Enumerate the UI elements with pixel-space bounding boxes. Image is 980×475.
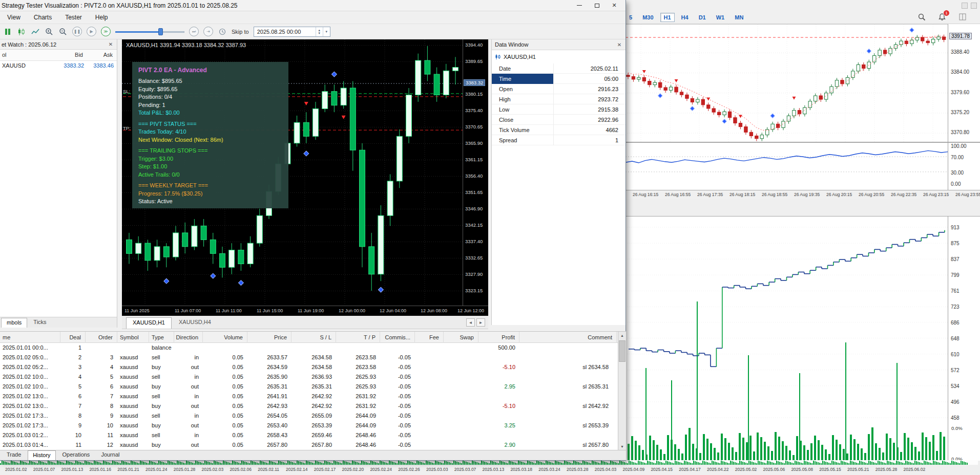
data-window-row[interactable]: Tick Volume4662 — [492, 125, 625, 135]
zoom-in-icon[interactable] — [45, 27, 54, 36]
close-icon[interactable]: ✕ — [616, 42, 623, 48]
maximize-icon[interactable] — [589, 1, 605, 10]
terminal-date-axis[interactable]: 2025.01.022025.01.072025.01.132025.01.16… — [0, 465, 980, 475]
history-row[interactable]: 2025.01.02 05:2...34xauusdbuyout0.052634… — [0, 362, 618, 372]
data-window-row[interactable]: Low2915.38 — [492, 104, 625, 115]
skip-end-button[interactable]: ⇥ — [203, 27, 213, 36]
terminal-main-chart[interactable] — [625, 24, 948, 142]
history-col-type[interactable]: Type — [149, 332, 174, 343]
search-icon[interactable] — [917, 12, 926, 21]
history-row[interactable]: 2025.01.02 13:0...78xauusdbuyout0.052642… — [0, 401, 618, 411]
terminal-main-price-scale[interactable]: 3388.403384.003379.603375.203370.803391.… — [948, 24, 980, 142]
market-watch-row[interactable]: XAUUSD 3383.32 3383.46 — [0, 61, 117, 71]
history-row[interactable]: 2025.01.03 01:4...1112xauusdbuyout0.0526… — [0, 440, 618, 450]
tabs-scroll-right-icon[interactable]: ► — [476, 318, 485, 327]
history-col-deal[interactable]: Deal — [60, 332, 86, 343]
scrollbar-thumb[interactable] — [619, 340, 625, 362]
play-button[interactable]: ▶ — [87, 27, 96, 36]
chart-layout-icon[interactable] — [958, 12, 967, 21]
tab-symbols[interactable]: mbols — [1, 318, 27, 328]
skip-date-value[interactable]: 2025.08.25 00:00 — [254, 29, 316, 35]
history-row[interactable]: 2025.01.02 10:0...45xauusdsellin0.052635… — [0, 372, 618, 382]
history-row[interactable]: 2025.01.02 13:0...67xauusdsellin0.052641… — [0, 392, 618, 401]
history-row[interactable]: 2025.01.03 01:2...1011xauusdsellin0.0526… — [0, 430, 618, 440]
timeframe-h4[interactable]: H4 — [678, 13, 692, 22]
tab-trade[interactable]: Trade — [2, 450, 26, 460]
history-row[interactable]: 2025.01.02 05:0...23xauusdsellin0.052633… — [0, 353, 618, 362]
history-col-volume[interactable]: Volume — [203, 332, 247, 343]
terminal-time-axis[interactable]: 26 Aug 16:1526 Aug 16:5526 Aug 17:3526 A… — [625, 190, 980, 199]
history-col-order[interactable]: Order — [86, 332, 117, 343]
timeframe-w1[interactable]: W1 — [713, 13, 728, 22]
terminal-indicator-pane[interactable] — [625, 142, 948, 190]
line-chart-icon[interactable] — [31, 27, 40, 36]
scroll-down-icon[interactable]: ▼ — [618, 443, 626, 450]
menu-view[interactable]: View — [7, 14, 20, 21]
data-window-row[interactable]: Date2025.02.11 — [492, 63, 625, 74]
tab-history[interactable]: History — [28, 450, 55, 460]
history-row[interactable]: 2025.01.02 10:0...56xauusdbuyout0.052635… — [0, 382, 618, 392]
history-row[interactable]: 2025.01.02 17:3...910xauusdbuyout0.05265… — [0, 421, 618, 430]
tab-operations[interactable]: Operations — [58, 450, 95, 460]
history-col-me[interactable]: me — [0, 332, 60, 343]
history-col-direction[interactable]: Direction — [174, 332, 203, 343]
terminal-window-icon[interactable] — [962, 3, 968, 9]
menu-tester[interactable]: Tester — [65, 14, 82, 21]
tabs-scroll-left-icon[interactable]: ◄ — [466, 318, 475, 327]
menu-charts[interactable]: Charts — [34, 14, 52, 21]
scroll-up-icon[interactable]: ▲ — [618, 332, 626, 339]
history-col-price[interactable]: Price — [247, 332, 291, 343]
slider-thumb[interactable] — [158, 28, 163, 35]
tester-time-axis[interactable]: 11 Jun 202511 Jun 07:0011 Jun 11:0011 Ju… — [122, 306, 488, 316]
notifications-bell-icon[interactable]: 1 — [937, 12, 947, 21]
fast-forward-button[interactable]: ≫ — [101, 27, 111, 36]
col-ask[interactable]: Ask — [103, 52, 113, 58]
timeframe-mn[interactable]: MN — [731, 13, 747, 22]
terminal-equity-scale[interactable]: 9138758377997617236866486105725344964580… — [948, 216, 980, 461]
timeframe-m30[interactable]: M30 — [639, 13, 657, 22]
chart-tab-xauusd-h4[interactable]: XAUUSD,H4 — [173, 317, 217, 329]
tester-chart[interactable]: XAUUSD,H1 3391.94 3393.18 3384.32 3387.9… — [122, 39, 488, 316]
step-pause-button[interactable]: ❚❚ — [72, 27, 82, 36]
history-col-sl[interactable]: S / L — [291, 332, 336, 343]
data-window-row[interactable]: Close2922.96 — [492, 115, 625, 125]
data-window-row[interactable]: Time05:00 — [492, 74, 625, 84]
candle-chart-icon[interactable] — [17, 27, 26, 36]
terminal-equity-chart[interactable] — [625, 216, 948, 461]
skip-date-field[interactable]: 2025.08.25 00:00 ▲▼ ▼ — [254, 27, 330, 37]
tab-journal[interactable]: Journal — [96, 450, 124, 460]
timeframe-h1[interactable]: H1 — [660, 13, 675, 22]
history-row[interactable]: 2025.01.01 00:0...1balance500.00 — [0, 343, 618, 353]
history-col-profit[interactable]: Profit — [478, 332, 519, 343]
tab-ticks[interactable]: Ticks — [28, 318, 51, 328]
data-window-row[interactable]: Open2916.23 — [492, 84, 625, 94]
data-window-row[interactable]: High2923.72 — [492, 94, 625, 104]
history-col-symbol[interactable]: Symbol — [117, 332, 149, 343]
history-scrollbar[interactable]: ▲ ▼ — [618, 332, 626, 450]
history-row[interactable]: 2025.01.02 17:3...89xauusdsellin0.052654… — [0, 411, 618, 421]
close-icon[interactable]: ✕ — [606, 1, 622, 10]
col-bid[interactable]: Bid — [75, 52, 83, 58]
history-col-swap[interactable]: Swap — [444, 332, 478, 343]
menu-help[interactable]: Help — [95, 14, 108, 21]
timeframe-5[interactable]: 5 — [625, 13, 636, 22]
timeframe-d1[interactable]: D1 — [695, 13, 710, 22]
dropdown-calendar-icon[interactable]: ▼ — [323, 27, 330, 36]
tester-price-scale[interactable]: 3394.403389.653380.153375.403370.653365.… — [463, 39, 488, 306]
col-symbol[interactable]: ol — [2, 52, 7, 58]
history-col-comment[interactable]: Comment — [519, 332, 617, 343]
history-col-fee[interactable]: Fee — [415, 332, 444, 343]
terminal-indicator-scale[interactable]: 100.0070.0030.000.00 — [948, 142, 980, 190]
data-window-row[interactable]: Spread1 — [492, 135, 625, 145]
skip-forward-button[interactable]: ⏭ — [189, 27, 199, 36]
zoom-out-icon[interactable] — [58, 27, 68, 36]
chart-tab-xauusd-h1[interactable]: XAUUSD,H1 — [126, 317, 172, 329]
data-window-symbol[interactable]: XAUUSD,H1 — [492, 51, 625, 62]
spinner-up-down-icon[interactable]: ▲▼ — [316, 27, 323, 36]
history-col-tp[interactable]: T / P — [336, 332, 380, 343]
history-col-commis[interactable]: Commis... — [380, 332, 415, 343]
pause-button[interactable] — [3, 27, 12, 36]
speed-slider[interactable] — [115, 28, 184, 35]
minimize-icon[interactable] — [571, 1, 588, 10]
close-icon[interactable]: ✕ — [107, 41, 114, 47]
